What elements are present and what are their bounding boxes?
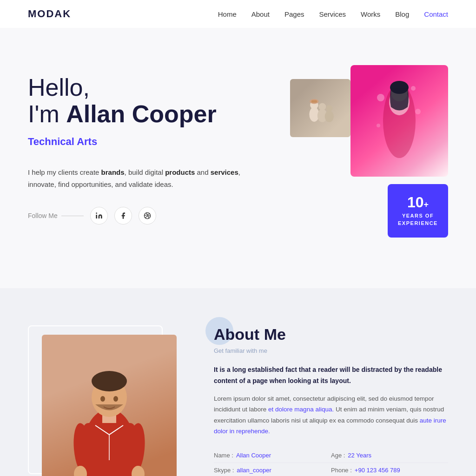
nav-blog[interactable]: Blog bbox=[395, 10, 409, 18]
info-name: Name : Allan Cooper bbox=[214, 448, 331, 463]
social-dribbble[interactable] bbox=[139, 207, 156, 225]
info-name-value: Allan Cooper bbox=[236, 452, 271, 459]
logo: MODAK bbox=[28, 8, 71, 20]
hero-desc-products: products bbox=[165, 168, 195, 176]
hero-small-image bbox=[290, 79, 350, 137]
svg-point-30 bbox=[113, 396, 118, 402]
main-nav: Home About Pages Services Works Blog Con… bbox=[218, 10, 448, 18]
info-phone-label: Phone : bbox=[331, 467, 352, 474]
social-linkedin[interactable] bbox=[90, 207, 108, 225]
hero-name: Allan Cooper bbox=[66, 100, 217, 127]
about-subtitle: Get familiar with me bbox=[214, 347, 448, 354]
svg-point-7 bbox=[326, 105, 332, 112]
hero-images: 10 + YEARS OFEXPERIENCE bbox=[271, 65, 448, 260]
hero-desc-brands: brands bbox=[101, 168, 125, 176]
nav-about[interactable]: About bbox=[251, 10, 270, 18]
info-phone: Phone : +90 123 456 789 bbox=[331, 463, 448, 476]
about-section: About Me Get familiar with me It is a lo… bbox=[0, 288, 476, 476]
exp-number: 10 bbox=[407, 195, 424, 210]
svg-point-15 bbox=[411, 86, 416, 91]
follow-row: Follow Me bbox=[28, 207, 242, 225]
about-link3[interactable]: reprehende. bbox=[236, 428, 270, 435]
svg-point-0 bbox=[96, 213, 97, 214]
exp-label: YEARS OFEXPERIENCE bbox=[398, 212, 438, 227]
about-info-grid: Name : Allan Cooper Age : 22 Years Skype… bbox=[214, 448, 448, 476]
about-bold-paragraph: It is a long established fact that a rea… bbox=[214, 364, 448, 387]
info-age: Age : 22 Years bbox=[331, 448, 448, 463]
hero-name-line: I'm Allan Cooper bbox=[28, 101, 242, 127]
nav-services[interactable]: Services bbox=[319, 10, 346, 18]
svg-point-6 bbox=[325, 111, 334, 122]
info-age-value: 22 Years bbox=[348, 452, 371, 459]
nav-works[interactable]: Works bbox=[361, 10, 380, 18]
info-age-label: Age : bbox=[331, 452, 345, 459]
nav-home[interactable]: Home bbox=[218, 10, 237, 18]
svg-point-16 bbox=[415, 109, 421, 114]
hero-text: Hello, I'm Allan Cooper Technical Arts I… bbox=[28, 65, 242, 225]
about-paragraph: Lorem ipsum dolor sit amet, consectetur … bbox=[214, 393, 448, 437]
about-right: About Me Get familiar with me It is a lo… bbox=[214, 325, 448, 476]
about-link1[interactable]: et dolore magna aliqua. bbox=[268, 406, 334, 413]
info-skype-value: allan_cooper bbox=[237, 467, 271, 474]
info-phone-value: +90 123 456 789 bbox=[355, 467, 400, 474]
hero-im: I'm bbox=[28, 100, 66, 127]
follow-label: Follow Me bbox=[28, 212, 84, 219]
nav-pages[interactable]: Pages bbox=[284, 10, 304, 18]
exp-sup: + bbox=[424, 200, 429, 210]
info-name-label: Name : bbox=[214, 452, 233, 459]
info-skype-label: Skype : bbox=[214, 467, 234, 474]
experience-badge: 10 + YEARS OFEXPERIENCE bbox=[388, 184, 448, 238]
svg-rect-9 bbox=[311, 100, 317, 102]
svg-point-14 bbox=[377, 94, 384, 101]
about-image-wrap bbox=[28, 325, 186, 476]
svg-point-17 bbox=[377, 124, 380, 127]
svg-point-29 bbox=[100, 396, 105, 402]
svg-point-23 bbox=[92, 371, 127, 391]
nav-contact[interactable]: Contact bbox=[424, 10, 448, 18]
info-skype: Skype : allan_cooper bbox=[214, 463, 331, 476]
hero-desc-services: services bbox=[211, 168, 238, 176]
about-title: About Me bbox=[214, 325, 448, 344]
hero-section: Hello, I'm Allan Cooper Technical Arts I… bbox=[0, 28, 476, 288]
svg-point-5 bbox=[319, 103, 326, 110]
social-facebook[interactable] bbox=[114, 207, 132, 225]
hero-large-image bbox=[350, 65, 448, 177]
hero-specialty: Technical Arts bbox=[28, 136, 242, 148]
site-header: MODAK Home About Pages Services Works Bl… bbox=[0, 0, 476, 28]
hero-description: I help my clients create brands, build d… bbox=[28, 166, 242, 190]
about-image bbox=[42, 335, 177, 476]
hero-greeting: Hello, bbox=[28, 74, 242, 101]
